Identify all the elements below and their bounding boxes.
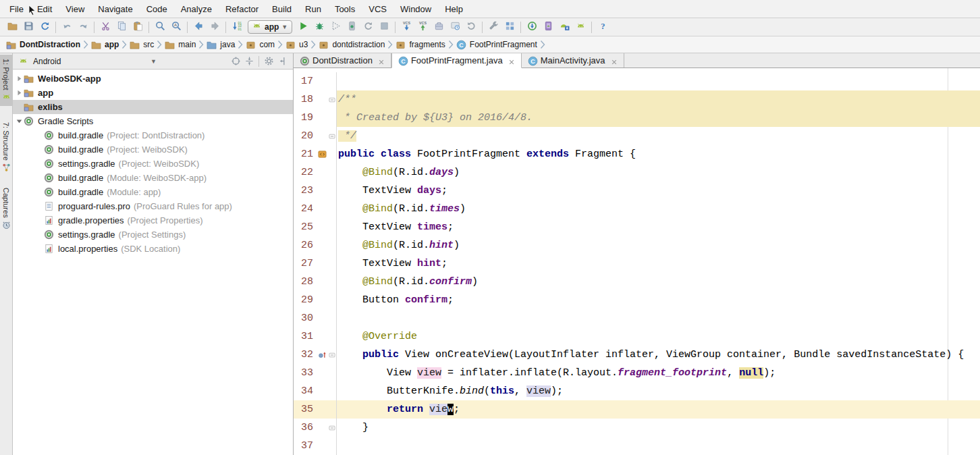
code-line-19[interactable]: 19 * Created by ${U3} on 2016/4/8. bbox=[294, 109, 980, 127]
tree-item-build-gradle-project-weibosdk[interactable]: build.gradle(Project: WeiboSDK) bbox=[13, 142, 293, 157]
breadcrumb-item-src[interactable]: src bbox=[129, 39, 155, 50]
cut-button[interactable] bbox=[97, 19, 113, 35]
fold-end-icon[interactable] bbox=[328, 425, 336, 431]
tree-item-proguard-rules-pro-proguard-rules-for-app[interactable]: proguard-rules.pro(ProGuard Rules for ap… bbox=[13, 199, 293, 213]
editor-tab-footprintfragment-java[interactable]: CFootPrintFragment.java bbox=[391, 53, 522, 68]
code-line-25[interactable]: 25 TextView times; bbox=[294, 218, 980, 236]
code-line-23[interactable]: 23 TextView days; bbox=[294, 182, 980, 200]
copy-button[interactable] bbox=[113, 19, 130, 35]
breadcrumb-item-dontdistraction[interactable]: DontDistraction bbox=[5, 39, 81, 50]
vcs-update-button[interactable]: VCS bbox=[398, 19, 414, 35]
attach-debugger-button[interactable] bbox=[344, 19, 360, 35]
tree-item-build-gradle-module-app[interactable]: build.gradle(Module: app) bbox=[13, 185, 293, 199]
code-area[interactable]: 1718/**19 * Created by ${U3} on 2016/4/8… bbox=[294, 68, 980, 455]
tree-item-exlibs[interactable]: exlibs bbox=[13, 100, 293, 114]
code-line-33[interactable]: 33 View view = inflater.inflate(R.layout… bbox=[294, 364, 980, 382]
replace-button[interactable]: A bbox=[168, 19, 184, 35]
code-line-28[interactable]: 28 @Bind(R.id.confirm) bbox=[294, 273, 980, 291]
device-monitor-button[interactable] bbox=[540, 19, 556, 35]
sync-button[interactable] bbox=[36, 19, 53, 35]
avd-manager-button[interactable] bbox=[556, 19, 572, 35]
code-line-22[interactable]: 22 @Bind(R.id.days) bbox=[294, 163, 980, 182]
breadcrumb-item-main[interactable]: main bbox=[164, 39, 196, 50]
hide-panel-button[interactable] bbox=[275, 55, 289, 68]
code-line-20[interactable]: 20 */ bbox=[294, 127, 980, 145]
close-icon[interactable] bbox=[611, 57, 618, 64]
expand-arrow-icon[interactable] bbox=[15, 117, 24, 126]
menu-item-run[interactable]: Run bbox=[298, 1, 328, 18]
run-configuration-selector[interactable]: app▼ bbox=[248, 20, 292, 34]
menu-item-tools[interactable]: Tools bbox=[328, 1, 362, 18]
menu-item-build[interactable]: Build bbox=[265, 1, 298, 18]
rerun-button[interactable] bbox=[360, 19, 376, 35]
forward-button[interactable] bbox=[207, 19, 223, 35]
menu-item-vcs[interactable]: VCS bbox=[362, 1, 393, 18]
menu-item-window[interactable]: Window bbox=[393, 1, 438, 18]
menu-item-view[interactable]: View bbox=[59, 1, 91, 18]
save-button[interactable] bbox=[20, 19, 36, 35]
breadcrumb-item-dontdistraction[interactable]: dontdistraction bbox=[318, 39, 385, 50]
open-folder-button[interactable] bbox=[4, 19, 20, 35]
project-structure-button[interactable] bbox=[501, 19, 518, 35]
code-line-30[interactable]: 30 bbox=[294, 309, 980, 327]
tool-button-project[interactable]: 1: Project bbox=[0, 55, 13, 106]
close-icon[interactable] bbox=[508, 57, 515, 64]
expand-arrow-icon[interactable] bbox=[15, 74, 24, 83]
menu-item-help[interactable]: Help bbox=[438, 1, 470, 18]
code-line-36[interactable]: 36 } bbox=[294, 419, 980, 437]
tree-item-app[interactable]: app bbox=[13, 86, 293, 100]
tree-item-gradle-properties-project-properties[interactable]: gradle.properties(Project Properties) bbox=[13, 213, 293, 228]
code-line-24[interactable]: 24 @Bind(R.id.times) bbox=[294, 200, 980, 218]
sort-lines-button[interactable]: 011001 bbox=[229, 19, 245, 35]
code-line-35[interactable]: 35 return view; bbox=[294, 400, 980, 419]
code-line-18[interactable]: 18/** bbox=[294, 90, 980, 109]
code-line-21[interactable]: 21public class FootPrintFragment extends… bbox=[294, 145, 980, 163]
close-icon[interactable] bbox=[378, 57, 385, 64]
tree-item-gradle-scripts[interactable]: Gradle Scripts bbox=[13, 114, 293, 128]
settings-wrench-button[interactable] bbox=[485, 19, 501, 35]
find-button[interactable] bbox=[152, 19, 168, 35]
code-line-29[interactable]: 29 Button confirm; bbox=[294, 291, 980, 309]
menu-item-navigate[interactable]: Navigate bbox=[91, 1, 139, 18]
local-history-button[interactable] bbox=[447, 19, 463, 35]
editor-tab-dontdistraction[interactable]: DontDistraction bbox=[294, 53, 391, 68]
collapse-all-button[interactable] bbox=[242, 55, 256, 68]
breadcrumb-item-u3[interactable]: u3 bbox=[285, 39, 308, 50]
run-button[interactable] bbox=[295, 19, 311, 35]
android-button[interactable] bbox=[572, 19, 589, 35]
code-line-32[interactable]: 32 public View onCreateView(LayoutInflat… bbox=[294, 346, 980, 364]
code-line-27[interactable]: 27 TextView hint; bbox=[294, 255, 980, 273]
code-line-34[interactable]: 34 ButterKnife.bind(this, view); bbox=[294, 382, 980, 400]
tree-item-build-gradle-module-weibosdk-app[interactable]: build.gradle(Module: WeiboSDK-app) bbox=[13, 171, 293, 185]
breadcrumb-item-java[interactable]: java bbox=[206, 39, 236, 50]
help-button[interactable]: ? bbox=[595, 19, 611, 35]
breadcrumb-item-com[interactable]: com bbox=[245, 39, 275, 50]
code-line-37[interactable]: 37 bbox=[294, 437, 980, 455]
locate-file-button[interactable] bbox=[229, 55, 242, 68]
coverage-button[interactable] bbox=[327, 19, 344, 35]
menu-item-analyze[interactable]: Analyze bbox=[174, 1, 219, 18]
tool-button-structure[interactable]: 7: Structure bbox=[0, 118, 13, 177]
breadcrumb-item-footprintfragment[interactable]: CFootPrintFragment bbox=[456, 39, 538, 50]
debug-button[interactable] bbox=[311, 19, 327, 35]
tree-item-settings-gradle-project-settings[interactable]: settings.gradle(Project Settings) bbox=[13, 228, 293, 242]
fold-start-icon[interactable] bbox=[328, 352, 336, 358]
code-line-31[interactable]: 31 @Override bbox=[294, 327, 980, 346]
fold-start-icon[interactable] bbox=[328, 97, 336, 103]
panel-settings-button[interactable] bbox=[262, 55, 275, 68]
back-button[interactable] bbox=[190, 19, 207, 35]
paste-button[interactable] bbox=[130, 19, 146, 35]
tree-item-settings-gradle-project-weibosdk[interactable]: settings.gradle(Project: WeiboSDK) bbox=[13, 157, 293, 171]
code-line-17[interactable]: 17 bbox=[294, 72, 980, 90]
menu-item-file[interactable]: File bbox=[3, 1, 30, 18]
tree-item-build-gradle-project-dontdistraction[interactable]: build.gradle(Project: DontDistraction) bbox=[13, 128, 293, 142]
breadcrumb-item-fragments[interactable]: fragments bbox=[395, 39, 445, 50]
project-view-selector[interactable]: Android ▼ bbox=[18, 56, 163, 67]
vcs-shelf-button[interactable] bbox=[431, 19, 447, 35]
undo-button[interactable] bbox=[59, 19, 75, 35]
tree-item-local-properties-sdk-location[interactable]: local.properties(SDK Location) bbox=[13, 242, 293, 256]
code-line-26[interactable]: 26 @Bind(R.id.hint) bbox=[294, 236, 980, 255]
tool-button-captures[interactable]: Captures bbox=[0, 184, 13, 234]
editor-tab-mainactivity-java[interactable]: CMainActivity.java bbox=[522, 53, 624, 68]
stop-button[interactable] bbox=[376, 19, 392, 35]
